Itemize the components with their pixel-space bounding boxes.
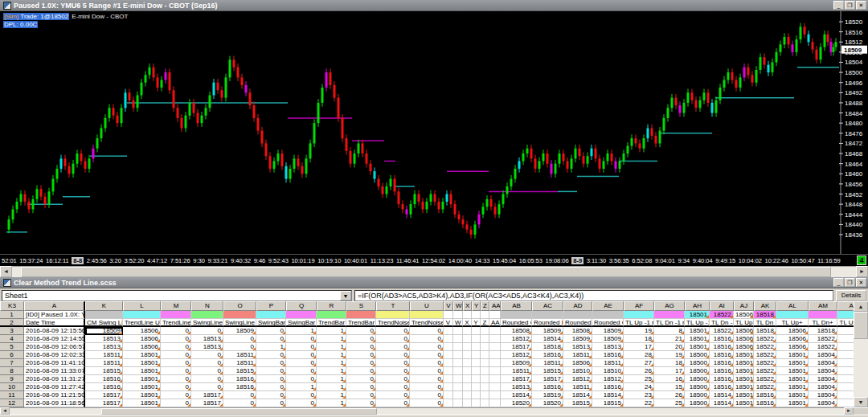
cell[interactable]: 18516 bbox=[710, 351, 734, 359]
cell[interactable]: 0 bbox=[346, 367, 376, 375]
cell[interactable]: 18500 bbox=[685, 383, 710, 391]
cell[interactable]: 18509 bbox=[592, 327, 624, 335]
cell[interactable] bbox=[346, 311, 376, 319]
chart-scroll-track[interactable] bbox=[12, 266, 856, 277]
datetime-cell[interactable]: 2016-08-09 11:18:56 bbox=[24, 399, 85, 407]
field-name-cell[interactable]: SwingLine Dn bbox=[223, 319, 256, 327]
cell[interactable]: Up bbox=[837, 391, 854, 399]
cell[interactable]: 17 bbox=[654, 367, 685, 375]
cell[interactable]: 18506 bbox=[123, 335, 161, 343]
cell[interactable]: 18518 bbox=[754, 311, 776, 319]
cell[interactable] bbox=[472, 327, 481, 335]
cell[interactable]: 0 bbox=[410, 375, 444, 383]
column-header-ai[interactable]: AI bbox=[710, 301, 734, 311]
cell[interactable]: 0 bbox=[410, 391, 444, 399]
cell[interactable]: 1 bbox=[317, 351, 346, 359]
cell[interactable]: 18508 bbox=[501, 327, 532, 335]
cell[interactable] bbox=[592, 311, 624, 319]
column-header-ab[interactable]: AB bbox=[501, 301, 532, 311]
field-name-cell[interactable]: Rounded L bbox=[563, 319, 592, 327]
field-name-cell[interactable]: TL Dn bbox=[754, 319, 776, 327]
cell[interactable]: 18520 bbox=[501, 399, 532, 407]
cell[interactable]: 0 bbox=[376, 351, 410, 359]
field-name-cell[interactable]: TrendLine Up bbox=[123, 319, 161, 327]
cell[interactable]: 18506 bbox=[776, 343, 809, 351]
cell[interactable]: 18517 bbox=[85, 399, 123, 407]
column-header-ak[interactable]: AK bbox=[754, 301, 776, 311]
cell[interactable]: 18516 bbox=[592, 383, 624, 391]
cell[interactable]: 0 bbox=[286, 399, 317, 407]
column-header-aj[interactable]: AJ bbox=[734, 301, 754, 311]
cell[interactable]: 18 bbox=[654, 359, 685, 367]
cell[interactable]: 0 bbox=[346, 359, 376, 367]
cell[interactable]: 18515 bbox=[85, 367, 123, 375]
cell[interactable] bbox=[463, 343, 472, 351]
cell[interactable]: 18501 bbox=[776, 391, 809, 399]
cell[interactable] bbox=[472, 399, 481, 407]
selected-cell[interactable]: 18509 bbox=[85, 327, 123, 335]
chart-link-caption-cell[interactable]: [ID0] Paused 1.0X: YMU6... bbox=[24, 311, 85, 319]
cell[interactable]: 18501 bbox=[685, 311, 710, 319]
cell[interactable] bbox=[444, 375, 453, 383]
close-button[interactable]: ✕ bbox=[856, 278, 866, 287]
cell[interactable]: 18504 bbox=[809, 391, 837, 399]
cell[interactable]: 18501 bbox=[776, 359, 809, 367]
cell[interactable]: 0 bbox=[161, 367, 191, 375]
cell[interactable]: 18504 bbox=[809, 375, 837, 383]
cell[interactable] bbox=[444, 327, 453, 335]
cell[interactable]: 18512 bbox=[563, 375, 592, 383]
cell[interactable] bbox=[472, 375, 481, 383]
cell[interactable]: 18517 bbox=[85, 391, 123, 399]
cell[interactable]: 1 bbox=[317, 335, 346, 343]
column-header-o[interactable]: O bbox=[223, 301, 256, 311]
cell[interactable]: 18516 bbox=[85, 375, 123, 383]
cell[interactable]: 18512 bbox=[592, 375, 624, 383]
cell[interactable] bbox=[453, 359, 463, 367]
cell[interactable] bbox=[444, 359, 453, 367]
field-name-cell[interactable]: TrendNoise Dn bbox=[410, 319, 444, 327]
cell[interactable] bbox=[481, 391, 489, 399]
cell[interactable]: 27 bbox=[624, 359, 654, 367]
cell[interactable]: 18516 bbox=[710, 375, 734, 383]
cell[interactable] bbox=[563, 311, 592, 319]
field-name-cell[interactable]: SwingLine Up bbox=[191, 319, 223, 327]
bar-counter-badge[interactable]: 4 bbox=[857, 256, 866, 265]
cell[interactable]: 18522 bbox=[754, 359, 776, 367]
cell[interactable] bbox=[472, 367, 481, 375]
column-header-z[interactable]: Z bbox=[481, 301, 489, 311]
row-header-10[interactable]: 10 bbox=[0, 383, 24, 391]
cell[interactable]: 0 bbox=[161, 335, 191, 343]
cell[interactable]: 18514 bbox=[592, 391, 624, 399]
cell[interactable] bbox=[161, 311, 191, 319]
field-name-cell[interactable]: TL Dn -1 bbox=[710, 319, 734, 327]
row-header-2[interactable]: 2 bbox=[0, 319, 24, 327]
row-header-12[interactable]: 12 bbox=[0, 399, 24, 407]
cell[interactable]: 18516 bbox=[754, 399, 776, 407]
cell[interactable]: 18516 bbox=[710, 343, 734, 351]
cell[interactable]: 1 bbox=[286, 383, 317, 391]
cell[interactable] bbox=[317, 311, 346, 319]
cell[interactable]: 0 bbox=[223, 335, 256, 343]
cell[interactable]: 1 bbox=[317, 359, 346, 367]
cell[interactable]: 18511 bbox=[592, 359, 624, 367]
cell[interactable]: 18513 bbox=[191, 343, 223, 351]
cell[interactable]: 18506 bbox=[734, 335, 754, 343]
cell[interactable]: 25 bbox=[624, 375, 654, 383]
cell[interactable]: 18500 bbox=[685, 375, 710, 383]
cell[interactable]: 0 bbox=[410, 335, 444, 343]
cell[interactable]: 0 bbox=[346, 375, 376, 383]
cell[interactable]: 18516 bbox=[710, 383, 734, 391]
cell[interactable]: 18506 bbox=[776, 335, 809, 343]
cell[interactable]: 18515 bbox=[223, 367, 256, 375]
cell[interactable]: 0 bbox=[376, 383, 410, 391]
field-name-cell[interactable]: CM Swing Line bbox=[85, 319, 123, 327]
cell[interactable]: 18514 bbox=[501, 391, 532, 399]
cell[interactable]: 18509 bbox=[501, 359, 532, 367]
field-name-cell[interactable]: TrendBar Dn bbox=[346, 319, 376, 327]
field-name-cell[interactable]: TrendBar Up bbox=[317, 319, 346, 327]
column-header-v[interactable]: V bbox=[444, 301, 453, 311]
column-header-ad[interactable]: AD bbox=[563, 301, 592, 311]
column-header-x[interactable]: X bbox=[463, 301, 472, 311]
cell[interactable]: 18516 bbox=[754, 391, 776, 399]
cell[interactable]: 18506 bbox=[734, 311, 754, 319]
